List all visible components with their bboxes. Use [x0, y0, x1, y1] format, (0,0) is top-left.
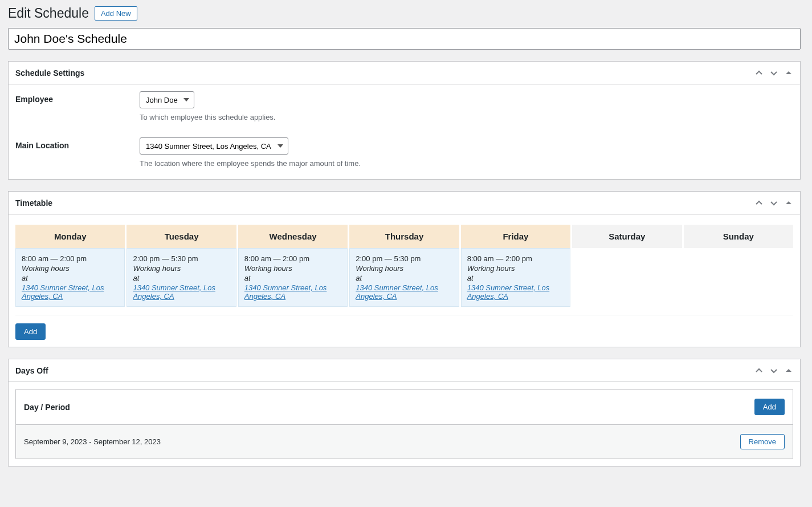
day-column: Saturday — [572, 225, 682, 307]
slot-times: 8:00 am — 2:00 pm — [22, 254, 119, 263]
panel-heading: Timetable — [15, 198, 52, 208]
day-column: Sunday — [684, 225, 793, 307]
slot-location-link[interactable]: 1340 Sumner Street, Los Angeles, CA — [356, 283, 438, 301]
page-title: Edit Schedule — [8, 6, 89, 21]
panel-heading: Days Off — [15, 366, 48, 375]
daysoff-period: September 9, 2023 - September 12, 2023 — [24, 437, 161, 446]
location-hint: The location where the employee spends t… — [140, 159, 793, 168]
panel-schedule-settings: Schedule Settings Employee John Doe To w… — [8, 61, 801, 180]
day-column: Friday8:00 am — 2:00 pmWorking hoursat13… — [461, 225, 570, 307]
slot-at-label: at — [244, 274, 341, 282]
timetable-slot[interactable]: 2:00 pm — 5:30 pmWorking hoursat1340 Sum… — [127, 248, 236, 307]
add-new-button[interactable]: Add New — [95, 6, 137, 21]
slot-activity: Working hours — [244, 264, 341, 273]
slot-activity: Working hours — [356, 264, 452, 273]
day-header: Saturday — [572, 225, 682, 248]
chevron-down-icon[interactable] — [769, 366, 778, 375]
chevron-up-icon[interactable] — [754, 366, 764, 375]
day-header: Wednesday — [238, 225, 348, 248]
slot-location-link[interactable]: 1340 Sumner Street, Los Angeles, CA — [244, 283, 327, 301]
timetable-add-button[interactable]: Add — [15, 323, 46, 340]
slot-location-link[interactable]: 1340 Sumner Street, Los Angeles, CA — [467, 283, 550, 301]
slot-at-label: at — [356, 274, 452, 282]
schedule-title-input[interactable] — [8, 28, 801, 50]
employee-label: Employee — [15, 91, 140, 121]
collapse-icon[interactable] — [784, 198, 793, 208]
chevron-down-icon[interactable] — [769, 68, 778, 78]
slot-at-label: at — [467, 274, 564, 282]
slot-activity: Working hours — [467, 264, 564, 273]
day-header: Thursday — [349, 225, 459, 248]
timetable-slot[interactable]: 2:00 pm — 5:30 pmWorking hoursat1340 Sum… — [349, 248, 459, 307]
slot-activity: Working hours — [22, 264, 119, 273]
slot-times: 8:00 am — 2:00 pm — [467, 254, 564, 263]
daysoff-add-button[interactable]: Add — [754, 399, 785, 415]
day-header: Monday — [15, 225, 125, 248]
slot-location-link[interactable]: 1340 Sumner Street, Los Angeles, CA — [133, 283, 215, 301]
day-column: Wednesday8:00 am — 2:00 pmWorking hoursa… — [238, 225, 348, 307]
location-label: Main Location — [15, 137, 140, 168]
timetable-slot[interactable]: 8:00 am — 2:00 pmWorking hoursat1340 Sum… — [461, 248, 570, 307]
slot-at-label: at — [22, 274, 119, 282]
daysoff-header-label: Day / Period — [24, 403, 70, 412]
day-column: Thursday2:00 pm — 5:30 pmWorking hoursat… — [349, 225, 459, 307]
panel-timetable: Timetable Monday8:00 am — 2:00 pmWorking… — [8, 191, 801, 347]
slot-activity: Working hours — [133, 264, 230, 273]
chevron-up-icon[interactable] — [754, 198, 764, 208]
slot-times: 2:00 pm — 5:30 pm — [356, 254, 452, 263]
slot-times: 8:00 am — 2:00 pm — [244, 254, 341, 263]
day-column: Tuesday2:00 pm — 5:30 pmWorking hoursat1… — [127, 225, 236, 307]
slot-at-label: at — [133, 274, 230, 282]
slot-location-link[interactable]: 1340 Sumner Street, Los Angeles, CA — [22, 283, 104, 301]
panel-days-off: Days Off Day / Period Add September 9, 2… — [8, 359, 801, 467]
collapse-icon[interactable] — [784, 366, 793, 375]
location-select[interactable]: 1340 Sumner Street, Los Angeles, CA — [140, 137, 288, 155]
chevron-down-icon[interactable] — [769, 198, 778, 208]
panel-heading: Schedule Settings — [15, 68, 84, 78]
employee-hint: To which employee this schedule applies. — [140, 113, 793, 121]
day-header: Friday — [461, 225, 570, 248]
timetable-slot[interactable]: 8:00 am — 2:00 pmWorking hoursat1340 Sum… — [15, 248, 125, 307]
day-header: Sunday — [684, 225, 793, 248]
collapse-icon[interactable] — [784, 68, 793, 78]
employee-select[interactable]: John Doe — [140, 91, 194, 108]
daysoff-remove-button[interactable]: Remove — [740, 434, 785, 449]
chevron-up-icon[interactable] — [754, 68, 764, 78]
daysoff-row: September 9, 2023 - September 12, 2023Re… — [16, 425, 793, 459]
day-header: Tuesday — [127, 225, 236, 248]
day-column: Monday8:00 am — 2:00 pmWorking hoursat13… — [15, 225, 125, 307]
timetable-slot[interactable]: 8:00 am — 2:00 pmWorking hoursat1340 Sum… — [238, 248, 348, 307]
slot-times: 2:00 pm — 5:30 pm — [133, 254, 230, 263]
